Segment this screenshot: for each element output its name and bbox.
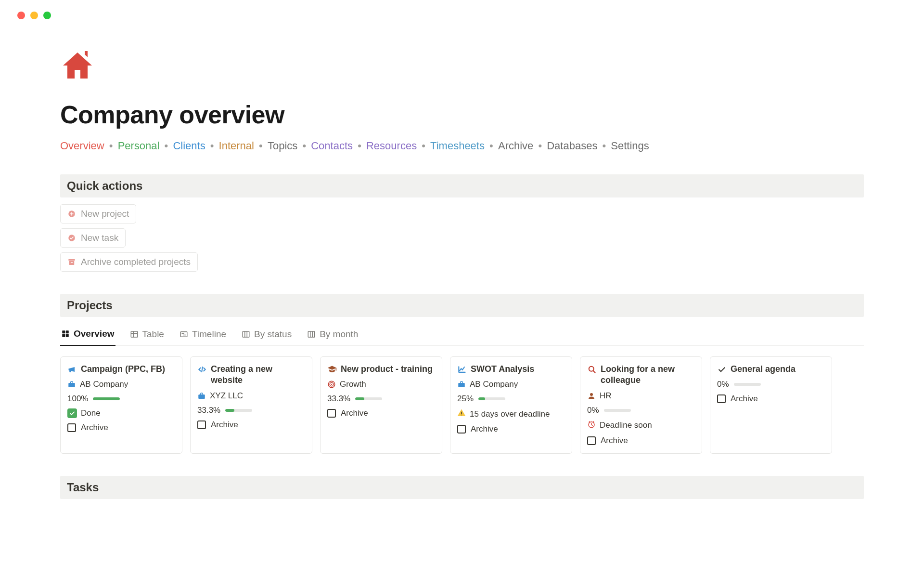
archive-label: Archive xyxy=(731,394,758,404)
timeline-icon xyxy=(180,330,188,339)
briefcase-icon xyxy=(197,392,206,400)
alarm-clock-icon xyxy=(587,420,596,431)
breadcrumb-link[interactable]: Contacts xyxy=(311,140,353,152)
project-title: SWOT Analysis xyxy=(471,364,534,375)
project-card[interactable]: Looking for a new colleagueHR0%Deadline … xyxy=(580,356,702,454)
project-client: Growth xyxy=(340,380,366,389)
project-title: New product - training xyxy=(341,364,433,375)
tab-label: By month xyxy=(320,329,358,340)
breadcrumb-link[interactable]: Topics xyxy=(268,140,297,152)
view-tab[interactable]: Overview xyxy=(60,326,116,346)
section-heading-tasks: Tasks xyxy=(60,476,864,499)
check-circle-icon xyxy=(67,234,76,242)
breadcrumb-link[interactable]: Databases xyxy=(547,140,597,152)
progress-bar xyxy=(604,409,631,412)
archive-checkbox[interactable] xyxy=(327,409,336,418)
archive-box-icon xyxy=(67,258,76,266)
window-minimize-button[interactable] xyxy=(30,12,38,19)
project-title: Creating a new website xyxy=(211,364,305,386)
archive-checkbox[interactable] xyxy=(717,394,726,403)
window-controls xyxy=(0,0,924,19)
section-heading-quick-actions: Quick actions xyxy=(60,174,864,197)
archive-checkbox[interactable] xyxy=(587,436,596,445)
megaphone-icon xyxy=(67,365,77,374)
breadcrumb-link[interactable]: Personal xyxy=(118,140,160,152)
breadcrumb-link[interactable]: Overview xyxy=(60,140,104,152)
project-client: AB Company xyxy=(80,380,128,389)
view-tab[interactable]: Table xyxy=(129,326,165,345)
done-badge-icon xyxy=(67,408,77,418)
table-icon xyxy=(130,330,139,339)
progress-label: 25% xyxy=(457,394,474,404)
project-client: AB Company xyxy=(470,380,518,389)
breadcrumb-link[interactable]: Timesheets xyxy=(430,140,485,152)
gallery-icon xyxy=(61,329,70,338)
archive-checkbox[interactable] xyxy=(457,425,466,434)
progress-bar xyxy=(93,397,120,400)
quick-action-button[interactable]: New project xyxy=(60,204,136,223)
progress-label: 33.3% xyxy=(327,394,350,404)
project-title: Campaign (PPC, FB) xyxy=(81,364,165,375)
briefcase-icon xyxy=(457,380,466,389)
archive-checkbox[interactable] xyxy=(67,423,76,432)
tab-label: Overview xyxy=(74,328,115,339)
target-icon xyxy=(327,380,336,389)
tab-label: Timeline xyxy=(192,329,226,340)
project-card[interactable]: SWOT AnalysisAB Company25%15 days over d… xyxy=(450,356,572,454)
status-text: Done xyxy=(81,408,101,418)
board-icon xyxy=(242,330,250,339)
breadcrumb-link[interactable]: Settings xyxy=(611,140,649,152)
archive-label: Archive xyxy=(471,424,498,434)
search-icon xyxy=(587,365,597,374)
progress-label: 0% xyxy=(587,406,599,415)
code-icon xyxy=(197,365,207,374)
tab-label: By status xyxy=(254,329,292,340)
project-client: HR xyxy=(600,391,612,401)
progress-label: 100% xyxy=(67,394,88,404)
warning-icon xyxy=(457,408,466,420)
quick-action-label: New project xyxy=(81,209,129,219)
archive-label: Archive xyxy=(341,408,368,418)
section-heading-projects: Projects xyxy=(60,294,864,317)
project-card[interactable]: Creating a new websiteXYZ LLC33.3%Archiv… xyxy=(190,356,312,454)
progress-bar xyxy=(225,409,252,412)
view-tab[interactable]: Timeline xyxy=(179,326,227,345)
project-card[interactable]: General agenda0%Archive xyxy=(710,356,832,454)
briefcase-icon xyxy=(67,380,76,389)
project-card[interactable]: Campaign (PPC, FB)AB Company100%DoneArch… xyxy=(60,356,182,454)
project-title: Looking for a new colleague xyxy=(601,364,695,386)
archive-label: Archive xyxy=(81,423,108,433)
progress-label: 0% xyxy=(717,380,729,389)
person-icon xyxy=(587,392,596,400)
archive-label: Archive xyxy=(211,420,238,430)
progress-bar xyxy=(355,397,382,400)
view-tab[interactable]: By month xyxy=(306,326,359,345)
page-icon-house xyxy=(60,48,864,83)
graduation-icon xyxy=(327,365,337,374)
status-text: 15 days over deadline xyxy=(470,409,550,419)
plus-circle-icon xyxy=(67,210,76,218)
view-tab[interactable]: By status xyxy=(241,326,293,345)
quick-action-button[interactable]: Archive completed projects xyxy=(60,252,198,272)
project-card[interactable]: New product - trainingGrowth33.3%Archive xyxy=(320,356,442,454)
archive-checkbox[interactable] xyxy=(197,420,206,429)
quick-action-label: Archive completed projects xyxy=(81,257,191,267)
project-title: General agenda xyxy=(731,364,796,375)
breadcrumb-link[interactable]: Resources xyxy=(366,140,417,152)
page-title: Company overview xyxy=(60,100,864,129)
progress-bar xyxy=(734,383,761,386)
window-close-button[interactable] xyxy=(17,12,25,19)
breadcrumb-nav: Overview • Personal • Clients • Internal… xyxy=(60,140,864,152)
tab-label: Table xyxy=(142,329,164,340)
archive-label: Archive xyxy=(601,436,628,446)
breadcrumb-link[interactable]: Clients xyxy=(173,140,205,152)
quick-action-label: New task xyxy=(81,233,118,243)
progress-bar xyxy=(478,397,505,400)
quick-action-button[interactable]: New task xyxy=(60,228,126,248)
breadcrumb-link[interactable]: Internal xyxy=(219,140,254,152)
status-text: Deadline soon xyxy=(600,420,652,430)
window-zoom-button[interactable] xyxy=(43,12,51,19)
project-client: XYZ LLC xyxy=(210,391,243,401)
breadcrumb-link[interactable]: Archive xyxy=(498,140,533,152)
board-icon xyxy=(307,330,316,339)
